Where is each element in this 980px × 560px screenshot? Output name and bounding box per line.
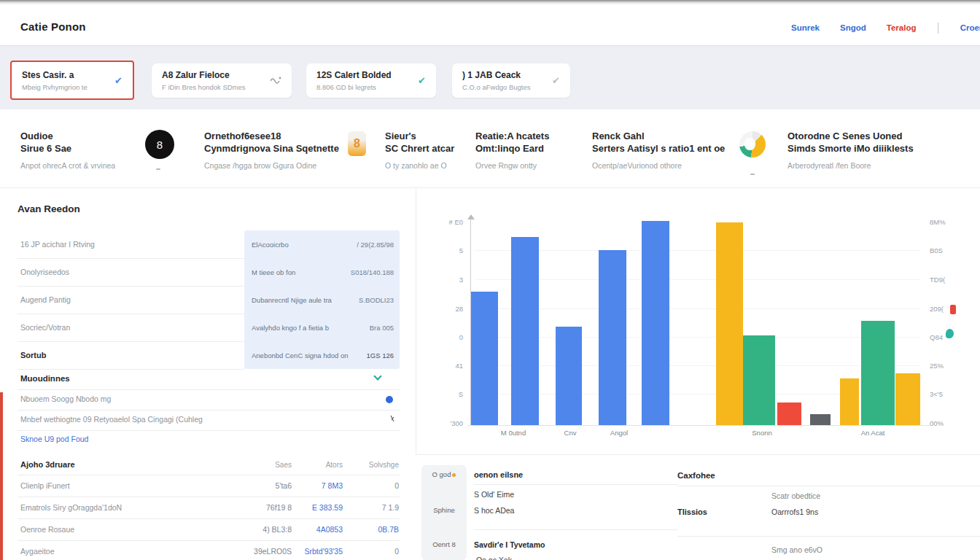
report-list-divider — [18, 410, 400, 411]
table-column-header: Solvshge — [348, 461, 399, 469]
gridline — [475, 308, 921, 309]
table-cell-link[interactable]: E 383.59 — [284, 503, 343, 512]
stat-card-subtitle: C.O.o aFwdgo Bugtes — [462, 83, 530, 91]
chart-bar — [777, 402, 801, 425]
bottom-middle-heading: oenon eilsne — [474, 470, 523, 479]
report-list-item[interactable]: Sknoe U9 pod Foud — [20, 435, 88, 443]
yellow-dot-icon — [452, 473, 456, 477]
report-row-divider — [18, 258, 244, 259]
report-kv-key: Anebonbd CenC signa hdod on — [252, 351, 349, 359]
x-axis-label: M 0utnd — [501, 429, 526, 437]
table-row-name: Oenroe Rosaue — [20, 525, 74, 534]
rail-item[interactable]: O god — [421, 470, 467, 478]
y-axis-tick-right: 3<'5 — [930, 390, 943, 398]
caret-mark-icon — [750, 174, 755, 175]
header-nav: SunrekSngodTeralog|Croenye Cuon — [791, 21, 980, 34]
gridline — [475, 279, 921, 280]
chevron-down-icon[interactable] — [373, 372, 381, 380]
small-cross-icon[interactable] — [389, 415, 395, 424]
stat-card-text: 12S Calert Bolded8.806 GD bi legrets — [316, 70, 392, 91]
feature-subtitle: Arberodyreatl /fen Boore — [788, 161, 914, 170]
bottom-middle-line: .Oe.oc Xek — [474, 556, 512, 560]
bottom-middle-divider — [474, 529, 678, 530]
table-cell: 0 — [355, 547, 399, 556]
chart-bar — [471, 292, 498, 425]
report-kv-value: 1GS 126 — [367, 351, 394, 359]
report-kv-row: Anebonbd CenC signa hdod on1GS 126 — [252, 341, 394, 369]
rail-item[interactable]: Sphine — [421, 506, 467, 514]
y-axis-tick-right: Q84 — [930, 333, 943, 341]
stat-card[interactable]: 12S Calert Bolded8.806 GD bi legrets✔ — [306, 63, 436, 98]
bottom-middle-line: S hoc ADea — [474, 506, 514, 515]
stat-card-subtitle: 8.806 GD bi legrets — [316, 83, 392, 91]
x-axis-label: Angol — [610, 429, 628, 437]
feature-item[interactable]: Otorodne C Senes UonedSimds Smorte iMo d… — [788, 130, 914, 170]
report-list-item[interactable]: Nbuoem Soogg Nbodo mg — [20, 394, 111, 403]
stat-card[interactable]: A8 Zalur FieloceF iDin Bres hondok SDmes — [152, 63, 292, 98]
feature-title: Reatie:A hcatets — [475, 130, 549, 142]
bottom-middle-divider — [474, 484, 678, 485]
table-cell: 0 — [355, 481, 399, 490]
feature-title: Renck Gahl — [592, 130, 725, 142]
feature-title: Serters Aatisyl s ratio1 ent oe — [592, 142, 725, 155]
stat-card[interactable]: ) 1 JAB CeackC.O.o aFwdgo Bugtes✔ — [452, 63, 570, 98]
y-axis-tick-right: 25% — [930, 362, 944, 370]
table-row-name: Clienlp iFunert — [20, 481, 70, 490]
feature-item[interactable]: Reatie:A hcatetsOmt:linqo EardOrvee Rngw… — [475, 130, 549, 170]
stat-card-subtitle: F iDin Bres hondok SDmes — [162, 83, 246, 91]
chart-bar — [642, 221, 669, 425]
report-panel-title: Avan Reedon — [18, 203, 80, 214]
report-list-divider — [18, 430, 400, 431]
x-axis-label: An Acat — [861, 429, 885, 437]
feature-item[interactable]: OudioeSirue 6 SaeAnpot ohrecA crot & vrv… — [20, 130, 115, 170]
feature-item[interactable]: Ornethof6esee18Cynmdrignova Sina Sqetnet… — [204, 130, 339, 170]
report-row-label: Onolyriseedos — [20, 268, 69, 276]
report-row-label: 16 JP acichar I Rtving — [20, 240, 95, 249]
table-cell-link[interactable]: Srbtd'93'35 — [284, 547, 343, 556]
bottom-right-title: Caxfohee — [677, 471, 715, 480]
table-row-name: Ematrols Siry gOraggda'1doN — [20, 503, 122, 512]
stat-card-title: 12S Calert Bolded — [316, 70, 392, 81]
stat-card[interactable]: Stes Casir. aMbeig Rvhymgrion te✔ — [10, 61, 134, 100]
feature-subtitle: Ocentp/aeVurionod othore — [592, 161, 725, 170]
axis-arrow-icon — [467, 214, 475, 219]
report-row-divider — [18, 341, 244, 342]
feature-subtitle: Anpot ohrecA crot & vrvinea — [20, 161, 115, 170]
report-kv-value: S018/140.188 — [351, 268, 394, 276]
report-row-divider — [18, 369, 244, 370]
window-top-strip — [0, 0, 980, 5]
chart-bar — [511, 237, 539, 425]
feature-item[interactable]: Sieur'sSC Chrert atcarO ty zanohlo ae O — [385, 130, 454, 170]
feature-title: Oudioe — [20, 130, 115, 142]
feature-item[interactable]: Renck GahlSerters Aatisyl s ratio1 ent o… — [592, 130, 725, 170]
report-list-item[interactable]: Muoudinnes — [20, 374, 70, 383]
nav-separator: | — [936, 21, 939, 34]
report-row-label: Augend Pantig — [20, 295, 71, 304]
header-nav-link[interactable]: Sngod — [840, 23, 866, 32]
rail-item[interactable]: Oenrt 8 — [421, 540, 467, 548]
report-kv-key: M tieee ob fon — [252, 268, 295, 276]
report-list-item[interactable]: Mnbef wethiogtne 09 Retyoaelol Spa Cinga… — [20, 415, 203, 424]
table-row-name: Aygaeitoe — [20, 547, 55, 556]
check-icon: ✔ — [114, 75, 122, 86]
chart-bar — [840, 378, 859, 425]
gridline — [475, 337, 921, 338]
header-nav-link[interactable]: Croenye Cuon — [960, 23, 980, 32]
report-row-label: Sortub — [20, 351, 46, 359]
bottom-right-line: Oarrrofs1 9ns — [771, 508, 818, 516]
report-list-divider — [18, 389, 400, 390]
header-nav-link[interactable]: Sunrek — [791, 23, 820, 32]
report-kv-key: Avalyhdo kngo f a fietia b — [252, 324, 329, 332]
table-cell: 0B.7B — [355, 525, 399, 534]
table-row-divider — [18, 540, 400, 541]
y-axis-tick-right: TD9( — [930, 276, 945, 284]
table-cell-link[interactable]: 4A0853 — [284, 525, 343, 534]
header-nav-link[interactable]: Teralog — [887, 23, 917, 32]
blue-dot-icon[interactable] — [386, 396, 393, 403]
stat-card-title: ) 1 JAB Ceack — [462, 70, 530, 81]
report-kv-value: Bra 005 — [370, 324, 394, 332]
table-cell-link[interactable]: 7 8M3 — [284, 481, 343, 490]
left-edge-red-bar — [0, 392, 3, 560]
feature-title: Sirue 6 Sae — [20, 142, 115, 155]
y-axis-tick-left: 0 — [419, 333, 463, 341]
